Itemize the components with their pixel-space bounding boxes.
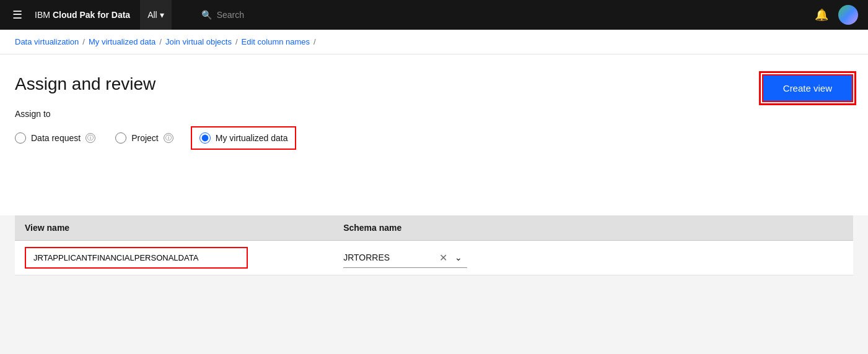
search-input[interactable] — [217, 10, 449, 20]
schema-dropdown-value: JRTORRES — [343, 253, 432, 262]
avatar[interactable] — [838, 5, 858, 25]
radio-project-label: Project — [131, 133, 159, 143]
radio-my-virtualized-data[interactable]: My virtualized data — [193, 129, 294, 147]
radio-project-input[interactable] — [115, 132, 126, 144]
info-icon-project[interactable]: ⓘ — [164, 133, 173, 143]
radio-data-request-label: Data request — [31, 133, 81, 143]
brand-product: Cloud Pak for Data — [53, 10, 130, 20]
table-section: View name Schema name JRTORRES ✕ ⌄ — [0, 215, 868, 290]
breadcrumb-sep-1: / — [82, 37, 85, 46]
search-bar[interactable]: 🔍 — [201, 10, 449, 20]
info-icon-data-request[interactable]: ⓘ — [85, 133, 95, 143]
view-name-cell — [15, 241, 333, 275]
radio-project[interactable]: Project ⓘ — [115, 132, 173, 144]
breadcrumb: Data virtualization / My virtualized dat… — [0, 30, 868, 54]
table-row: JRTORRES ✕ ⌄ — [15, 241, 853, 275]
breadcrumb-sep-4: / — [313, 37, 316, 46]
table-header-row: View name Schema name — [15, 215, 853, 241]
breadcrumb-join-virtual-objects[interactable]: Join virtual objects — [165, 37, 232, 46]
breadcrumb-edit-column-names[interactable]: Edit column names — [242, 37, 310, 46]
schema-name-cell: JRTORRES ✕ ⌄ — [333, 241, 853, 275]
schema-dropdown[interactable]: JRTORRES ✕ ⌄ — [343, 248, 467, 268]
radio-my-virtualized-data-label: My virtualized data — [216, 133, 288, 143]
virtualized-data-table: View name Schema name JRTORRES ✕ ⌄ — [15, 215, 853, 275]
schema-clear-icon[interactable]: ✕ — [437, 252, 450, 264]
brand-ibm: IBM — [35, 10, 50, 20]
breadcrumb-data-virtualization[interactable]: Data virtualization — [15, 37, 79, 46]
scope-dropdown-label: All — [147, 10, 157, 20]
col-header-schema-name: Schema name — [333, 215, 853, 241]
scope-dropdown[interactable]: All ▾ — [140, 0, 172, 30]
page-title: Assign and review — [15, 74, 853, 94]
assign-radio-group: Data request ⓘ Project ⓘ My virtualized … — [15, 129, 853, 147]
brand-logo: IBM Cloud Pak for Data — [35, 10, 130, 20]
breadcrumb-sep-2: / — [159, 37, 162, 46]
view-name-input[interactable] — [25, 247, 248, 269]
radio-data-request-input[interactable] — [15, 132, 26, 144]
assign-to-label: Assign to — [15, 109, 853, 119]
top-navigation: ☰ IBM Cloud Pak for Data All ▾ 🔍 🔔 — [0, 0, 868, 30]
radio-data-request[interactable]: Data request ⓘ — [15, 132, 95, 144]
breadcrumb-sep-3: / — [235, 37, 238, 46]
search-icon: 🔍 — [201, 10, 212, 20]
create-view-button[interactable]: Create view — [762, 74, 853, 102]
hamburger-menu-button[interactable]: ☰ — [10, 6, 25, 24]
topnav-right-actions: 🔔 — [810, 3, 858, 27]
breadcrumb-my-virtualized-data[interactable]: My virtualized data — [89, 37, 156, 46]
main-content: Assign and review Create view Assign to … — [0, 54, 868, 215]
schema-chevron-icon[interactable]: ⌄ — [455, 253, 462, 262]
radio-my-virtualized-data-input[interactable] — [199, 132, 211, 144]
col-header-view-name: View name — [15, 215, 333, 241]
notifications-button[interactable]: 🔔 — [810, 3, 833, 27]
chevron-down-icon: ▾ — [160, 10, 164, 20]
